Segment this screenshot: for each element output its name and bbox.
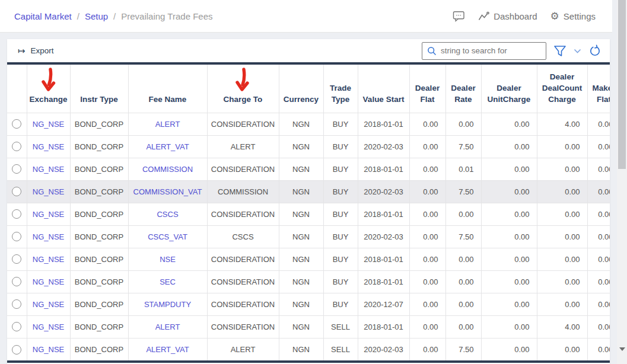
- column-header-dealer_unitcharge[interactable]: Dealer UnitCharge: [481, 65, 537, 113]
- table-row[interactable]: NG_NSEBOND_CORPCSCS_VATCSCSNGNBUY2020-02…: [7, 225, 610, 248]
- row-select-radio[interactable]: [12, 187, 21, 196]
- cell-select[interactable]: [7, 180, 27, 203]
- settings-button[interactable]: ⚙ Settings: [550, 11, 596, 21]
- cell-exchange[interactable]: NG_NSE: [27, 248, 70, 270]
- dashboard-label: Dashboard: [494, 11, 537, 21]
- row-select-radio[interactable]: [12, 345, 21, 355]
- cell-select[interactable]: [7, 135, 27, 158]
- cell-exchange[interactable]: NG_NSE: [27, 135, 70, 158]
- cell-select[interactable]: [7, 315, 27, 338]
- cell-fee_name[interactable]: ALERT: [128, 315, 207, 338]
- cell-dealer_flat: 0.00: [409, 158, 445, 180]
- breadcrumb-capital-market[interactable]: Capital Market: [14, 11, 72, 21]
- cell-fee_name[interactable]: ALERT_VAT: [128, 135, 207, 158]
- table-row[interactable]: NG_NSEBOND_CORPALERT_VATALERTNGNBUY2020-…: [7, 135, 610, 158]
- column-header-fee_name[interactable]: Fee Name: [128, 65, 207, 113]
- cell-dealer_dealcount_charge: 0.00: [537, 203, 587, 225]
- export-button[interactable]: ↦ Export: [18, 46, 54, 56]
- row-select-radio[interactable]: [12, 119, 21, 129]
- table-row[interactable]: NG_NSEBOND_CORPNSECONSIDERATIONNGNBUY201…: [7, 248, 610, 270]
- cell-select[interactable]: [7, 338, 27, 360]
- column-header-dealer_flat[interactable]: Dealer Flat: [409, 65, 445, 113]
- scrollbar-thumb[interactable]: [618, 0, 626, 169]
- dashboard-button[interactable]: Dashboard: [478, 11, 537, 21]
- column-header-charge_to[interactable]: Charge To: [207, 65, 279, 113]
- cell-select[interactable]: [7, 248, 27, 270]
- table-row[interactable]: NG_NSEBOND_CORPSECCONSIDERATIONNGNBUY201…: [7, 270, 610, 293]
- cell-exchange[interactable]: NG_NSE: [27, 293, 70, 315]
- cell-exchange[interactable]: NG_NSE: [27, 225, 70, 248]
- cell-dealer_flat: 0.00: [409, 203, 445, 225]
- cell-charge_to: CONSIDERATION: [207, 203, 279, 225]
- line-chart-icon: [478, 11, 489, 21]
- cell-maker_flat: 0.00: [587, 225, 610, 248]
- scrollbar-down-arrow-icon[interactable]: [619, 347, 625, 351]
- breadcrumb-setup[interactable]: Setup: [85, 11, 108, 21]
- row-select-radio[interactable]: [12, 254, 21, 264]
- table-row[interactable]: NG_NSEBOND_CORPCOMMISSION_VATCOMMISSIONN…: [7, 180, 610, 203]
- column-header-currency[interactable]: Currency: [279, 65, 323, 113]
- cell-exchange[interactable]: NG_NSE: [27, 203, 70, 225]
- cell-fee_name[interactable]: STAMPDUTY: [128, 293, 207, 315]
- cell-select[interactable]: [7, 270, 27, 293]
- refresh-icon[interactable]: [588, 44, 601, 58]
- filter-dropdown-chevron-icon[interactable]: [574, 49, 581, 53]
- cell-fee_name[interactable]: ALERT: [128, 113, 207, 135]
- cell-fee_name[interactable]: CSCS: [128, 203, 207, 225]
- cell-dealer_flat: 0.00: [409, 135, 445, 158]
- cell-fee_name[interactable]: NSE: [128, 248, 207, 270]
- cell-exchange[interactable]: NG_NSE: [27, 180, 70, 203]
- cell-select[interactable]: [7, 158, 27, 180]
- cell-charge_to: ALERT: [207, 135, 279, 158]
- column-header-dealer_rate[interactable]: Dealer Rate: [445, 65, 481, 113]
- row-select-radio[interactable]: [12, 164, 21, 174]
- column-header-trade_type[interactable]: Trade Type: [323, 65, 358, 113]
- cell-select[interactable]: [7, 203, 27, 225]
- cell-exchange[interactable]: NG_NSE: [27, 315, 70, 338]
- cell-dealer_unitcharge: 0.00: [481, 158, 537, 180]
- row-select-radio[interactable]: [12, 232, 21, 241]
- chat-icon[interactable]: [453, 11, 465, 22]
- cell-value_start: 2020-02-03: [358, 135, 409, 158]
- filter-icon[interactable]: [553, 45, 566, 57]
- table-row[interactable]: NG_NSEBOND_CORPALERTCONSIDERATIONNGNBUY2…: [7, 113, 610, 135]
- cell-select[interactable]: [7, 113, 27, 135]
- row-select-radio[interactable]: [12, 209, 21, 219]
- cell-charge_to: CSCS: [207, 225, 279, 248]
- table-row[interactable]: NG_NSEBOND_CORPALERT_VATALERTNGNSELL2020…: [7, 338, 610, 360]
- cell-currency: NGN: [279, 113, 323, 135]
- fees-grid-container: ExchangeInstr TypeFee NameCharge ToCurre…: [7, 62, 610, 363]
- cell-fee_name[interactable]: COMMISSION_VAT: [128, 180, 207, 203]
- table-row[interactable]: NG_NSEBOND_CORPSTAMPDUTYCONSIDERATIONNGN…: [7, 293, 610, 315]
- row-select-radio[interactable]: [12, 322, 21, 331]
- cell-exchange[interactable]: NG_NSE: [27, 158, 70, 180]
- cell-trade_type: BUY: [323, 270, 358, 293]
- cell-fee_name[interactable]: CSCS_VAT: [128, 225, 207, 248]
- cell-currency: NGN: [279, 158, 323, 180]
- vertical-scrollbar[interactable]: [617, 0, 627, 364]
- table-row[interactable]: NG_NSEBOND_CORPCSCSCONSIDERATIONNGNBUY20…: [7, 203, 610, 225]
- column-header-instr_type[interactable]: Instr Type: [70, 65, 128, 113]
- cell-select[interactable]: [7, 225, 27, 248]
- column-header-maker_flat[interactable]: Maker Flat: [587, 65, 610, 113]
- cell-charge_to: CONSIDERATION: [207, 293, 279, 315]
- cell-exchange[interactable]: NG_NSE: [27, 113, 70, 135]
- select-column-header: [7, 65, 27, 113]
- cell-select[interactable]: [7, 293, 27, 315]
- table-row[interactable]: NG_NSEBOND_CORPALERTCONSIDERATIONNGNSELL…: [7, 315, 610, 338]
- cell-fee_name[interactable]: COMMISSION: [128, 158, 207, 180]
- search-input[interactable]: [441, 46, 546, 55]
- row-select-radio[interactable]: [12, 277, 21, 286]
- row-select-radio[interactable]: [12, 142, 21, 151]
- cell-exchange[interactable]: NG_NSE: [27, 270, 70, 293]
- column-header-dealer_dealcount_charge[interactable]: Dealer DealCount Charge: [537, 65, 587, 113]
- cell-fee_name[interactable]: ALERT_VAT: [128, 338, 207, 360]
- table-row[interactable]: NG_NSEBOND_CORPCOMMISSIONCONSIDERATIONNG…: [7, 158, 610, 180]
- column-header-exchange[interactable]: Exchange: [27, 65, 70, 113]
- cell-fee_name[interactable]: SEC: [128, 270, 207, 293]
- row-select-radio[interactable]: [12, 299, 21, 309]
- cell-dealer_rate: 0.00: [445, 293, 481, 315]
- cell-instr_type: BOND_CORP: [70, 113, 128, 135]
- column-header-value_start[interactable]: Value Start: [358, 65, 409, 113]
- cell-exchange[interactable]: NG_NSE: [27, 338, 70, 360]
